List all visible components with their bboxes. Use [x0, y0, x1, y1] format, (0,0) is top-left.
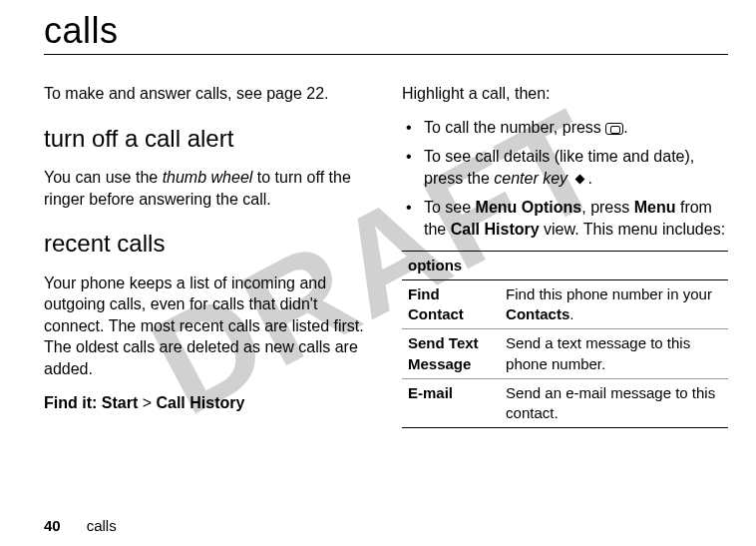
footer-section-name: calls	[87, 517, 117, 534]
option-label: E-mail	[402, 378, 500, 428]
table-row: E-mail Send an e-mail message to this co…	[402, 378, 728, 428]
left-column: To make and answer calls, see page 22. t…	[44, 83, 370, 428]
find-it-separator: >	[138, 394, 156, 411]
text-fragment: To see	[424, 199, 476, 216]
right-column: Highlight a call, then: To call the numb…	[402, 83, 728, 428]
contacts-term: Contacts	[506, 305, 569, 322]
text-fragment: You can use the	[44, 169, 163, 186]
text-fragment: .	[623, 119, 627, 136]
intro-paragraph: To make and answer calls, see page 22.	[44, 83, 370, 105]
table-row: Find Contact Find this phone number in y…	[402, 279, 728, 329]
page-number: 40	[44, 517, 61, 534]
call-history-term: Call History	[451, 221, 540, 238]
thumb-wheel-term: thumb wheel	[163, 169, 253, 186]
turn-off-alert-body: You can use the thumb wheel to turn off …	[44, 167, 370, 210]
table-row: Send Text Message Send a text message to…	[402, 329, 728, 379]
recent-calls-body: Your phone keeps a list of incoming and …	[44, 273, 370, 380]
find-it-label: Find it:	[44, 394, 102, 411]
list-item: To call the number, press .	[424, 117, 728, 139]
option-label: Find Contact	[402, 279, 500, 329]
list-item: To see Menu Options, press Menu from the…	[424, 197, 728, 240]
menu-term: Menu	[634, 199, 676, 216]
options-table: options Find Contact Find this phone num…	[402, 251, 728, 429]
page-title: calls	[44, 10, 728, 55]
camera-key-icon	[605, 123, 623, 135]
option-desc: Find this phone number in your Contacts.	[500, 279, 728, 329]
text-fragment: To call the number, press	[424, 119, 605, 136]
text-fragment: Send a text message to this phone number…	[506, 334, 690, 371]
text-fragment: view. This menu includes:	[540, 221, 725, 238]
text-fragment: Find this phone number in your	[506, 285, 712, 302]
find-it-path-start: Start	[102, 394, 138, 411]
page-content: calls To make and answer calls, see page…	[44, 10, 728, 428]
option-label: Send Text Message	[402, 329, 500, 379]
section-heading-turn-off-alert: turn off a call alert	[44, 123, 370, 155]
highlight-call-lead: Highlight a call, then:	[402, 83, 728, 105]
action-list: To call the number, press . To see call …	[402, 117, 728, 241]
options-table-header: options	[402, 251, 728, 279]
text-fragment: .	[569, 305, 573, 322]
page-footer: 40calls	[44, 517, 117, 534]
option-desc: Send an e-mail message to this contact.	[500, 378, 728, 428]
find-it-line: Find it: Start > Call History	[44, 392, 370, 414]
center-key-term: center key	[494, 170, 567, 187]
list-item: To see call details (like time and date)…	[424, 146, 728, 189]
text-fragment: Send an e-mail message to this contact.	[506, 384, 715, 421]
text-fragment: .	[588, 170, 592, 187]
menu-options-term: Menu Options	[476, 199, 582, 216]
text-fragment: , press	[581, 199, 633, 216]
section-heading-recent-calls: recent calls	[44, 228, 370, 260]
two-column-layout: To make and answer calls, see page 22. t…	[44, 83, 728, 428]
option-desc: Send a text message to this phone number…	[500, 329, 728, 379]
find-it-path-callhistory: Call History	[156, 394, 244, 411]
center-key-icon	[572, 175, 588, 185]
